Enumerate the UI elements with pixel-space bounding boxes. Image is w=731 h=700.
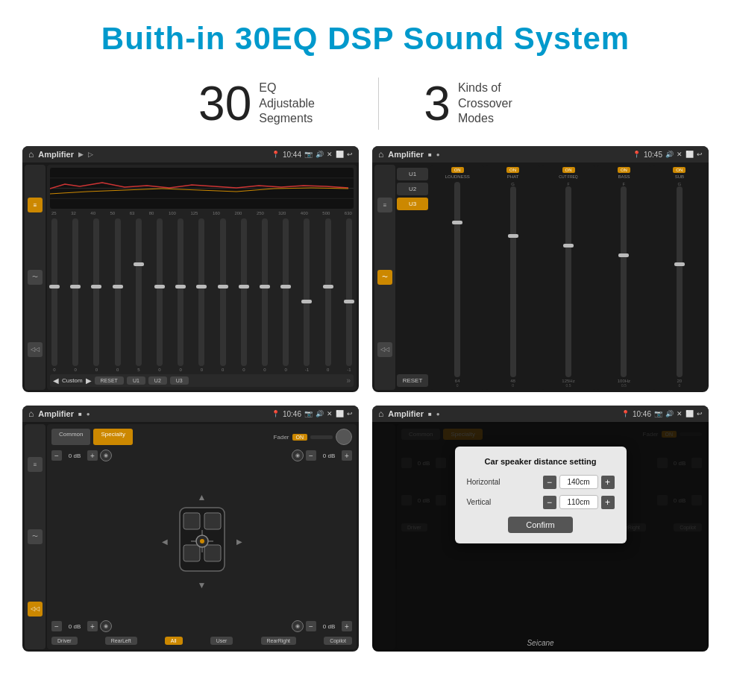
volume-icon-4: 🔊: [665, 410, 674, 417]
xover-sidebar-icon2[interactable]: 〜: [377, 270, 392, 285]
location-icon-1: 📍: [272, 151, 280, 158]
eq-slider-col-2[interactable]: 0: [72, 218, 78, 372]
horizontal-minus[interactable]: −: [543, 476, 556, 489]
plus-btn-2[interactable]: +: [87, 621, 98, 631]
time-2: 10:45: [644, 151, 662, 159]
eq-slider-col-15[interactable]: -1: [346, 218, 352, 372]
home-icon-4[interactable]: ⌂: [378, 409, 383, 419]
preset-u1[interactable]: U1: [397, 168, 428, 180]
back-icon-2[interactable]: ↩: [697, 151, 703, 158]
minus-btn-1[interactable]: −: [51, 450, 62, 461]
up-arrow[interactable]: ▲: [198, 492, 207, 502]
eq-slider-col-6[interactable]: 0: [157, 218, 163, 372]
eq-slider-col-12[interactable]: 0: [283, 218, 289, 372]
cutfreq-slider[interactable]: [565, 186, 571, 377]
spec-sidebar-icon3[interactable]: ◁◁: [28, 602, 43, 617]
channel-sub: ON SUB G 20 0: [653, 165, 706, 390]
u3-btn[interactable]: U3: [170, 376, 189, 385]
home-icon-3[interactable]: ⌂: [28, 409, 34, 419]
freq-50: 50: [110, 211, 115, 215]
vertical-control: − 110cm +: [543, 495, 615, 509]
xover-reset[interactable]: RESET: [397, 374, 428, 387]
vertical-plus[interactable]: +: [601, 496, 615, 509]
eq-slider-col-1[interactable]: 0: [51, 218, 57, 372]
sub-toggle[interactable]: ON: [673, 167, 685, 173]
spec-sidebar-icon2[interactable]: 〜: [28, 529, 43, 544]
minus-btn-4[interactable]: −: [306, 621, 316, 631]
down-arrow[interactable]: ▼: [198, 580, 207, 590]
u2-btn[interactable]: U2: [148, 376, 167, 385]
plus-btn-1[interactable]: +: [87, 450, 98, 461]
zone-driver[interactable]: Driver: [51, 637, 78, 645]
fader-row: Fader ON: [274, 429, 333, 445]
db-value-4: 0 dB: [319, 623, 339, 630]
preset-u3-active[interactable]: U3: [397, 198, 428, 210]
spec-sidebar-icon1[interactable]: ≡: [28, 457, 43, 472]
eq-slider-col-5[interactable]: 5: [136, 218, 142, 372]
eq-slider-col-8[interactable]: 0: [198, 218, 204, 372]
xover-sidebar-icon3[interactable]: ◁◁: [377, 342, 392, 357]
reset-btn-1[interactable]: RESET: [95, 376, 124, 385]
xover-sidebar-icon1[interactable]: ≡: [377, 198, 392, 212]
eq-slider-col-9[interactable]: 0: [220, 218, 226, 372]
car-diagram-area: ▲: [123, 450, 280, 632]
svg-rect-6: [183, 545, 200, 561]
eq-slider-col-7[interactable]: 0: [178, 218, 183, 372]
minus-btn-3[interactable]: −: [306, 450, 316, 461]
eq-slider-col-4[interactable]: 0: [115, 218, 121, 372]
fader-track[interactable]: [310, 435, 333, 439]
eq-sidebar-wave-icon[interactable]: 〜: [28, 270, 43, 285]
tab-specialty[interactable]: Specialty: [93, 429, 132, 445]
svg-rect-7: [204, 545, 221, 561]
spec-right-controls: ◉ − 0 dB + ◉ − 0 dB +: [285, 450, 352, 632]
eq-slider-col-3[interactable]: 0: [93, 218, 99, 372]
eq-sidebar: ≡ 〜 ◁◁: [25, 165, 46, 390]
time-1: 10:44: [283, 151, 301, 159]
zone-user[interactable]: User: [210, 637, 233, 645]
sub-slider[interactable]: [677, 186, 683, 377]
minus-btn-2[interactable]: −: [51, 621, 62, 631]
u1-btn[interactable]: U1: [127, 376, 145, 385]
tab-common[interactable]: Common: [51, 429, 90, 445]
left-arrow[interactable]: ◀: [162, 537, 168, 546]
loudness-slider[interactable]: [454, 182, 460, 377]
bass-zero: 0.5: [621, 383, 627, 388]
horizontal-value: 140cm: [559, 475, 598, 489]
eq-slider-col-14[interactable]: 0: [325, 218, 331, 372]
home-icon-1[interactable]: ⌂: [28, 149, 34, 160]
back-icon-3[interactable]: ↩: [347, 410, 353, 417]
horizontal-plus[interactable]: +: [601, 476, 615, 489]
phat-toggle[interactable]: ON: [506, 167, 519, 173]
home-icon-2[interactable]: ⌂: [378, 149, 383, 160]
eq-slider-col-10[interactable]: 0: [241, 218, 247, 372]
confirm-button[interactable]: Confirm: [508, 517, 573, 533]
bass-toggle[interactable]: ON: [618, 167, 630, 173]
next-btn[interactable]: ▶: [86, 376, 92, 385]
zone-all[interactable]: All: [165, 637, 183, 645]
eq-sidebar-eq-icon[interactable]: ≡: [28, 198, 43, 212]
phat-slider[interactable]: [510, 186, 516, 377]
eq-sidebar-speaker-icon[interactable]: ◁◁: [28, 342, 43, 357]
spec-left-controls: − 0 dB + ◉ − 0 dB + ◉: [51, 450, 119, 632]
fader-on-btn[interactable]: ON: [292, 434, 308, 441]
preset-u2[interactable]: U2: [397, 183, 428, 195]
vertical-minus[interactable]: −: [543, 496, 556, 509]
eq-slider-col-13[interactable]: -1: [304, 218, 310, 372]
zone-copilot[interactable]: Copilot: [324, 637, 352, 645]
cutfreq-toggle[interactable]: ON: [562, 167, 575, 173]
right-arrow[interactable]: ▶: [236, 537, 242, 546]
xover-main-area: U1 U2 U3 RESET ON LOUDNESS 64 0: [397, 165, 706, 390]
plus-btn-3[interactable]: +: [342, 450, 352, 461]
zone-rearleft[interactable]: RearLeft: [105, 637, 137, 645]
back-icon-4[interactable]: ↩: [697, 410, 703, 417]
eq-slider-col-11[interactable]: 0: [262, 218, 268, 372]
back-icon-1[interactable]: ↩: [347, 151, 353, 158]
plus-btn-4[interactable]: +: [342, 621, 352, 631]
freq-25: 25: [51, 211, 57, 215]
bass-slider[interactable]: [621, 186, 627, 377]
loudness-toggle[interactable]: ON: [451, 167, 464, 173]
zone-rearright[interactable]: RearRight: [261, 637, 297, 645]
freq-250: 250: [257, 211, 264, 215]
freq-100: 100: [169, 211, 176, 215]
prev-btn[interactable]: ◀: [53, 376, 59, 385]
